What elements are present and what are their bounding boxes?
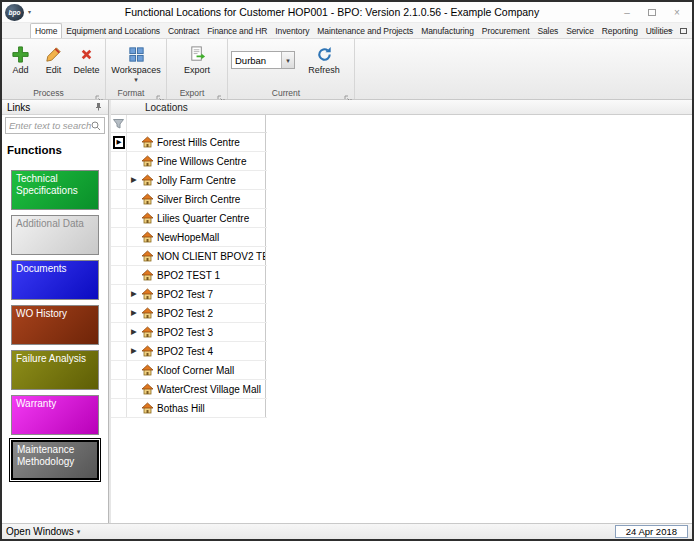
search-input[interactable] — [6, 120, 91, 131]
location-row-pine-willows-centre[interactable]: Pine Willows Centre — [111, 152, 267, 171]
app-window: bpo ▾ Functional Locations for Customer … — [0, 0, 694, 541]
location-row-bpo2-test-2[interactable]: ▶BPO2 Test 2 — [111, 304, 267, 323]
house-icon — [141, 402, 154, 414]
row-indicator-cell — [111, 304, 127, 322]
tab-manufacturing[interactable]: Manufacturing — [417, 23, 478, 38]
status-bar: Open Windows ▾ 24 Apr 2018 — [2, 523, 692, 539]
pin-icon[interactable] — [94, 102, 103, 113]
mdi-controls: – — [668, 26, 687, 35]
group-label-current: Current — [228, 88, 344, 99]
location-row-silver-birch-centre[interactable]: Silver Birch Centre — [111, 190, 267, 209]
location-row-lilies-quarter-centre[interactable]: Lilies Quarter Centre — [111, 209, 267, 228]
location-cell: ▶BPO2 Test 4 — [127, 342, 266, 360]
close-button[interactable]: × — [665, 5, 689, 19]
tab-equipment-and-locations[interactable]: Equipment and Locations — [62, 23, 164, 38]
tab-service[interactable]: Service — [562, 23, 598, 38]
process-dialog-launcher-icon[interactable] — [95, 89, 103, 97]
location-cell: ▶BPO2 Test 2 — [127, 304, 266, 322]
location-row-forest-hills-centre[interactable]: ▶Forest Hills Centre — [111, 133, 267, 152]
house-icon — [141, 193, 154, 205]
export-button[interactable]: Export — [170, 41, 224, 75]
site-dropdown[interactable]: Durban ▾ — [231, 51, 295, 69]
function-maintenance-methodology[interactable]: Maintenance Methodology — [11, 440, 99, 480]
functions-title: Functions — [2, 136, 108, 158]
location-cell: Lilies Quarter Centre — [127, 209, 266, 227]
function-warranty[interactable]: Warranty — [11, 395, 99, 435]
row-indicator-cell — [111, 171, 127, 189]
window-controls: – × — [615, 5, 689, 19]
filter-cell[interactable] — [127, 115, 266, 132]
location-row-newhopemall[interactable]: NewHopeMall — [111, 228, 267, 247]
location-row-bothas-hill[interactable]: Bothas Hill — [111, 399, 267, 418]
title-bar: bpo ▾ Functional Locations for Customer … — [2, 2, 692, 23]
location-row-bpo2-test-7[interactable]: ▶BPO2 Test 7 — [111, 285, 267, 304]
bpo-logo-icon: bpo — [5, 4, 24, 21]
tab-sales[interactable]: Sales — [533, 23, 562, 38]
tab-contract[interactable]: Contract — [164, 23, 203, 38]
open-windows-button[interactable]: Open Windows ▾ — [6, 526, 80, 537]
house-icon — [141, 250, 154, 262]
expand-icon[interactable]: ▶ — [130, 347, 138, 355]
export-label: Export — [184, 65, 210, 75]
tab-maintenance-and-projects[interactable]: Maintenance and Projects — [313, 23, 417, 38]
tab-finance-and-hr[interactable]: Finance and HR — [203, 23, 271, 38]
ribbon-group-current: Durban ▾ Refresh Current — [228, 39, 355, 99]
house-icon — [141, 345, 154, 357]
row-indicator-cell: ▶ — [111, 133, 127, 151]
current-row-indicator: ▶ — [113, 136, 125, 149]
location-row-bpo2-test-3[interactable]: ▶BPO2 Test 3 — [111, 323, 267, 342]
mdi-restore-button[interactable] — [680, 28, 687, 34]
add-button[interactable]: Add — [5, 41, 36, 75]
edit-button[interactable]: Edit — [38, 41, 69, 75]
minimize-button[interactable]: – — [615, 5, 639, 19]
functions-list: Technical SpecificationsAdditional DataD… — [2, 170, 108, 480]
workspaces-button[interactable]: Workspaces ▾ — [109, 41, 163, 83]
locations-column-header[interactable]: Locations — [111, 100, 692, 115]
workspaces-grid-icon — [127, 44, 146, 64]
tab-procurement[interactable]: Procurement — [478, 23, 534, 38]
filter-row[interactable] — [111, 115, 267, 133]
function-wo-history[interactable]: WO History — [11, 305, 99, 345]
location-row-bpo2-test-4[interactable]: ▶BPO2 Test 4 — [111, 342, 267, 361]
ribbon-tabs: HomeEquipment and LocationsContractFinan… — [2, 23, 692, 38]
location-row-kloof-corner-mall[interactable]: Kloof Corner Mall — [111, 361, 267, 380]
open-windows-caret-icon: ▾ — [77, 528, 81, 535]
quick-access-caret-icon[interactable]: ▾ — [28, 8, 31, 15]
delete-button[interactable]: Delete — [71, 41, 102, 75]
date-picker[interactable]: 24 Apr 2018 — [615, 525, 688, 538]
search-icon[interactable] — [91, 117, 101, 135]
location-cell: BPO2 TEST 1 — [127, 266, 266, 284]
locations-panel: Locations ▶Forest Hills CentrePine Willo… — [111, 100, 692, 523]
tab-home[interactable]: Home — [30, 23, 62, 38]
mdi-minimize-button[interactable]: – — [668, 26, 673, 35]
refresh-label: Refresh — [308, 65, 340, 75]
group-label-export: Export — [167, 88, 217, 99]
location-label: BPO2 Test 4 — [157, 346, 213, 357]
expand-icon[interactable]: ▶ — [130, 328, 138, 336]
refresh-button[interactable]: Refresh — [297, 41, 351, 75]
filter-indicator-cell — [111, 115, 127, 132]
filter-funnel-icon[interactable] — [113, 115, 124, 133]
location-row-bpo2-test-1[interactable]: BPO2 TEST 1 — [111, 266, 267, 285]
site-dropdown-caret-icon: ▾ — [281, 52, 294, 68]
export-dialog-launcher-icon[interactable] — [217, 89, 225, 97]
location-cell: Forest Hills Centre — [127, 133, 266, 151]
location-row-jolly-farm-centre[interactable]: ▶Jolly Farm Centre — [111, 171, 267, 190]
function-failure-analysis[interactable]: Failure Analysis — [11, 350, 99, 390]
expand-icon[interactable]: ▶ — [130, 290, 138, 298]
expand-icon[interactable]: ▶ — [130, 309, 138, 317]
tab-inventory[interactable]: Inventory — [271, 23, 313, 38]
function-documents[interactable]: Documents — [11, 260, 99, 300]
format-dialog-launcher-icon[interactable] — [156, 89, 164, 97]
location-row-watercrest-village-mall[interactable]: WaterCrest Village Mall — [111, 380, 267, 399]
current-dialog-launcher-icon[interactable] — [344, 89, 352, 97]
maximize-button[interactable] — [640, 5, 664, 19]
location-cell: NON CLIENT BPOV2 TEST — [127, 247, 266, 265]
function-technical-specifications[interactable]: Technical Specifications — [11, 170, 99, 210]
tab-reporting[interactable]: Reporting — [598, 23, 642, 38]
ribbon-tab-strip: HomeEquipment and LocationsContractFinan… — [2, 23, 692, 39]
maximize-icon — [648, 9, 656, 16]
location-row-non-client-bpov2-test[interactable]: NON CLIENT BPOV2 TEST — [111, 247, 267, 266]
function-additional-data[interactable]: Additional Data — [11, 215, 99, 255]
expand-icon[interactable]: ▶ — [130, 176, 138, 184]
